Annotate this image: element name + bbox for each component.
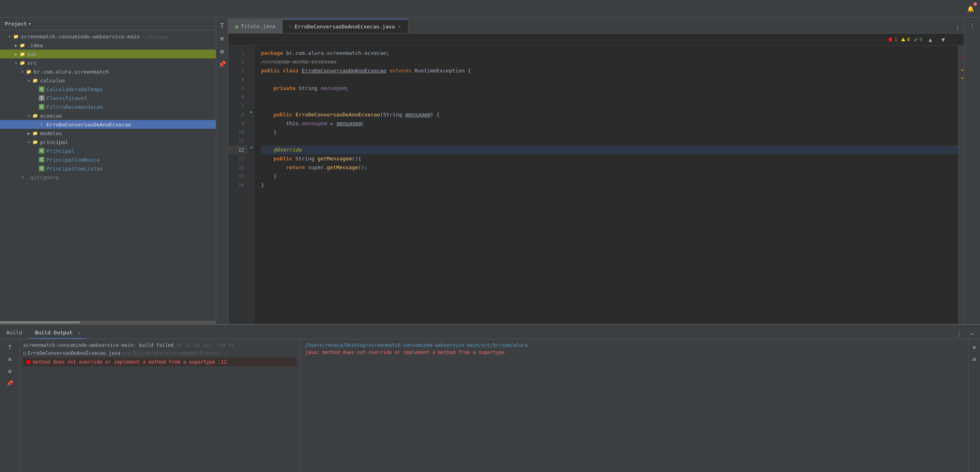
bottom-right-icon-2[interactable]: ⊟ xyxy=(970,354,979,364)
tab-close-erro[interactable]: ✕ xyxy=(397,23,402,30)
tab-build-label: Build xyxy=(6,330,22,336)
svg-text:!: ! xyxy=(890,38,892,42)
tree-item-src[interactable]: ▾ 📁 src xyxy=(0,58,216,67)
tree-item-calculos[interactable]: ▾ 📁 calculos xyxy=(0,76,216,85)
gutter-10 xyxy=(248,125,255,134)
editor-more-button[interactable]: ⋮ xyxy=(951,24,964,33)
code-line-8: public ErroDeConversaoDeAnoEcxecao(Strin… xyxy=(261,110,958,119)
toolbar-icon-3[interactable]: ⚙ xyxy=(217,46,227,56)
build-error-item[interactable]: method does not override or implement a … xyxy=(23,358,297,366)
toolbar-icon-4[interactable]: 📌 xyxy=(217,59,227,69)
tab-titulo[interactable]: ● Titulo.java xyxy=(228,19,282,33)
gitignore-icon: ⊘ xyxy=(19,174,26,180)
tree-arrow-idea: ▶ xyxy=(13,43,19,48)
tree-item-modelos[interactable]: ▶ 📁 modelos xyxy=(0,129,216,138)
toolbar-icon-2[interactable]: ≡ xyxy=(217,34,227,43)
tree-item-idea[interactable]: ▶ 📁 .idea xyxy=(0,41,216,50)
bottom-gutter-icon-4[interactable]: 📌 xyxy=(5,378,15,388)
tree-item-principal-busca[interactable]: C PrincipalComBusca xyxy=(0,155,216,164)
class-e-icon-erro: ⚡ xyxy=(38,121,45,128)
warn-count: 4 xyxy=(907,37,910,42)
bottom-more-button[interactable]: ⋮ xyxy=(954,329,964,339)
tree-item-ecxecao[interactable]: ▾ 📁 ecxecao xyxy=(0,111,216,120)
tab-build-output-close[interactable]: ✕ xyxy=(78,330,81,336)
run-icon-8[interactable]: ▶ xyxy=(250,110,253,114)
tab-label-erro: ErroDeConversaoDeAnoEcxecao.java xyxy=(295,24,395,30)
folder-principal-icon: 📁 xyxy=(32,139,38,145)
bottom-minimize-button[interactable]: ─ xyxy=(967,329,977,339)
tab-icon-titulo: ● xyxy=(235,23,238,30)
gutter-12: ◉ xyxy=(248,142,255,151)
top-right-toolbar: 🔔 xyxy=(966,4,975,14)
scroll-warn-indicator-2 xyxy=(962,78,963,79)
tree-item-principal[interactable]: C Principal xyxy=(0,146,216,155)
tree-item-erro[interactable]: ⚡ ErroDeConversaoDeAnoEcxecao xyxy=(0,120,216,129)
project-tree: ▾ 📁 screenmatch-consumindo-webservice-ma… xyxy=(0,30,216,321)
bottom-gutter-icon-3[interactable]: ⚙ xyxy=(5,366,15,376)
code-area[interactable]: package br.com.alura.screenmatch.ecxecao… xyxy=(255,46,958,324)
folder-src-icon: 📁 xyxy=(19,60,26,66)
gutter-1 xyxy=(248,46,255,54)
build-right-panel: /Users/renata/Desktop/screenmatch-consum… xyxy=(300,339,968,472)
navigate-up-button[interactable]: ▲ xyxy=(926,35,935,44)
build-file-icon: □ xyxy=(23,350,26,356)
tree-label-out: out xyxy=(27,51,36,57)
line-num-11: 11 xyxy=(228,137,248,146)
tree-item-principal-pkg[interactable]: ▾ 📁 principal xyxy=(0,138,216,146)
bottom-gutter-icon-2[interactable]: ≡ xyxy=(5,354,15,364)
tree-item-gitignore[interactable]: ⊘ .gitignore xyxy=(0,173,216,182)
tree-root[interactable]: ▾ 📁 screenmatch-consumindo-webservice-ma… xyxy=(0,32,216,41)
tree-item-filtro[interactable]: C FiltroRecomendacao xyxy=(0,102,216,111)
code-line-11 xyxy=(261,137,958,146)
toolbar-icon-1[interactable]: T xyxy=(217,21,227,30)
tree-item-calculadora[interactable]: C CalculadoraDeTempo xyxy=(0,85,216,94)
tree-item-classificavel[interactable]: I Classificavel xyxy=(0,94,216,102)
editor-scrollbar[interactable] xyxy=(958,46,964,324)
tab-label-titulo: Titulo.java xyxy=(241,23,275,29)
gutter-2 xyxy=(248,54,255,63)
tree-root-label: screenmatch-consumindo-webservice-main ~… xyxy=(21,34,169,40)
line-num-14: 14 xyxy=(228,163,248,172)
tab-erro[interactable]: ⚡ ErroDeConversaoDeAnoEcxecao.java ✕ xyxy=(282,19,409,33)
right-toolbar: ⋮ xyxy=(964,18,980,324)
class-i-icon-classificavel: I xyxy=(38,95,45,101)
tree-label-gitignore: .gitignore xyxy=(27,174,58,180)
tab-build-output[interactable]: Build Output ✕ xyxy=(28,327,87,339)
error-count-badge: ! 1 xyxy=(888,37,897,42)
bottom-right-icon-1[interactable]: ≡ xyxy=(970,342,979,352)
ok-icon xyxy=(913,37,918,42)
sidebar-header[interactable]: Project ▾ xyxy=(0,18,216,30)
sidebar-scrollbar[interactable] xyxy=(0,321,216,324)
right-tool-1[interactable]: ⋮ xyxy=(968,21,977,30)
build-right-path: /Users/renata/Desktop/screenmatch-consum… xyxy=(305,342,963,348)
tree-arrow-calculos: ▾ xyxy=(26,78,32,83)
tab-build[interactable]: Build xyxy=(0,327,28,339)
gutter-icons: ▶ ◉ xyxy=(248,46,255,324)
line-num-13: 13 xyxy=(228,154,248,163)
code-line-14: return super.getMessage(); xyxy=(261,163,958,172)
line-num-4: 4 xyxy=(228,75,248,84)
class-c-icon-calculadora: C xyxy=(38,86,45,92)
build-file-name: ErroDeConversaoDeAnoEcxecao.java xyxy=(28,350,120,356)
class-c-icon-principal-busca: C xyxy=(38,156,45,163)
gutter-9 xyxy=(248,116,255,125)
code-line-9: this.mensagem = mensagem; xyxy=(261,119,958,128)
code-line-6 xyxy=(261,93,958,102)
chevron-down-icon: ▾ xyxy=(28,21,32,27)
tree-item-br[interactable]: ▾ 📁 br.com.alura.screenmatch xyxy=(0,67,216,76)
bottom-content: T ≡ ⚙ 📌 screenmatch-consumindo-webservic… xyxy=(0,339,980,472)
bottom-gutter-icon-1[interactable]: T xyxy=(5,342,15,352)
sidebar-title[interactable]: Project xyxy=(5,21,27,27)
tree-label-idea: .idea xyxy=(27,42,43,48)
warn-count-badge: ! 4 xyxy=(901,37,910,42)
override-icon-12: ◉ xyxy=(250,145,253,149)
line-num-16: 16 xyxy=(228,181,248,190)
editor-area: ● Titulo.java ⚡ ErroDeConversaoDeAnoEcxe… xyxy=(228,18,964,324)
build-file-item[interactable]: □ ErroDeConversaoDeAnoEcxecao.java src/b… xyxy=(23,350,297,356)
notifications-button[interactable]: 🔔 xyxy=(966,4,975,14)
tree-item-out[interactable]: ▶ 📁 out xyxy=(0,50,216,58)
tree-item-principal-listas[interactable]: C PrincipalComListas xyxy=(0,164,216,173)
gutter-3 xyxy=(248,63,255,72)
tree-arrow-src: ▾ xyxy=(13,61,19,65)
navigate-down-button[interactable]: ▼ xyxy=(938,35,948,44)
